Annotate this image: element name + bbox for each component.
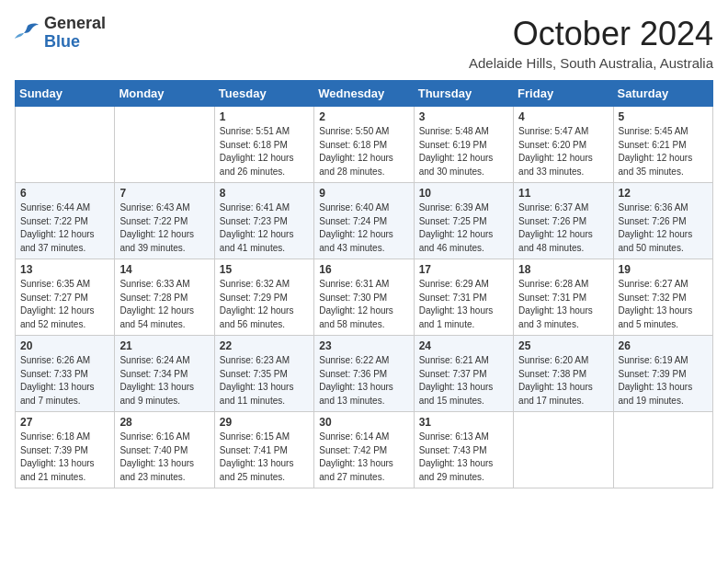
sunset-text: Sunset: 7:26 PM (518, 216, 586, 226)
day-number: 18 (518, 263, 608, 276)
sunrise-text: Sunrise: 6:27 AM (619, 279, 688, 289)
sunrise-text: Sunrise: 6:31 AM (319, 279, 389, 289)
day-number: 22 (220, 339, 309, 352)
daylight-text: Daylight: 12 hours and 28 minutes. (319, 153, 393, 177)
sunrise-text: Sunrise: 6:41 AM (220, 202, 290, 213)
table-row: 27Sunrise: 6:18 AMSunset: 7:39 PMDayligh… (16, 412, 115, 488)
sunset-text: Sunset: 7:39 PM (619, 369, 687, 379)
sunrise-text: Sunrise: 6:21 AM (419, 355, 489, 365)
sunset-text: Sunset: 7:30 PM (319, 293, 387, 303)
table-row (514, 412, 613, 488)
table-row: 9Sunrise: 6:40 AMSunset: 7:24 PMDaylight… (314, 183, 414, 259)
daylight-text: Daylight: 12 hours and 26 minutes. (220, 153, 294, 177)
sunrise-text: Sunrise: 6:14 AM (319, 431, 389, 442)
daylight-text: Daylight: 12 hours and 52 minutes. (20, 305, 95, 329)
cell-content: Sunrise: 5:45 AMSunset: 6:21 PMDaylight:… (619, 125, 708, 178)
sunset-text: Sunset: 7:38 PM (518, 369, 586, 379)
table-row: 22Sunrise: 6:23 AMSunset: 7:35 PMDayligh… (214, 336, 313, 412)
sunrise-text: Sunrise: 6:15 AM (220, 431, 290, 442)
cell-content: Sunrise: 6:31 AMSunset: 7:30 PMDaylight:… (319, 278, 408, 331)
daylight-text: Daylight: 12 hours and 48 minutes. (518, 229, 593, 253)
header-thursday: Thursday (414, 81, 513, 107)
table-row: 16Sunrise: 6:31 AMSunset: 7:30 PMDayligh… (314, 259, 414, 336)
day-number: 27 (20, 416, 109, 429)
table-row: 21Sunrise: 6:24 AMSunset: 7:34 PMDayligh… (115, 336, 214, 412)
cell-content: Sunrise: 5:50 AMSunset: 6:18 PMDaylight:… (319, 125, 408, 178)
logo: General Blue (15, 15, 106, 52)
day-number: 25 (518, 339, 608, 352)
table-row: 25Sunrise: 6:20 AMSunset: 7:38 PMDayligh… (514, 336, 613, 412)
sunset-text: Sunset: 7:27 PM (20, 293, 88, 303)
day-number: 9 (319, 187, 408, 200)
sunset-text: Sunset: 6:19 PM (419, 140, 487, 150)
sunrise-text: Sunrise: 5:50 AM (319, 126, 389, 136)
table-row: 13Sunrise: 6:35 AMSunset: 7:27 PMDayligh… (16, 259, 115, 336)
sunrise-text: Sunrise: 6:24 AM (119, 355, 189, 365)
sunrise-text: Sunrise: 6:26 AM (20, 355, 90, 365)
sunset-text: Sunset: 7:42 PM (319, 445, 387, 455)
sunset-text: Sunset: 6:20 PM (518, 140, 586, 150)
daylight-text: Daylight: 12 hours and 58 minutes. (319, 305, 393, 329)
calendar-week-row: 20Sunrise: 6:26 AMSunset: 7:33 PMDayligh… (16, 336, 713, 412)
cell-content: Sunrise: 6:44 AMSunset: 7:22 PMDaylight:… (20, 201, 109, 255)
sunset-text: Sunset: 7:39 PM (20, 445, 88, 455)
sunset-text: Sunset: 7:40 PM (119, 445, 188, 455)
day-number: 13 (20, 263, 109, 276)
sunset-text: Sunset: 7:25 PM (419, 216, 487, 226)
daylight-text: Daylight: 13 hours and 27 minutes. (319, 458, 393, 482)
table-row: 2Sunrise: 5:50 AMSunset: 6:18 PMDaylight… (314, 107, 414, 183)
table-row: 23Sunrise: 6:22 AMSunset: 7:36 PMDayligh… (314, 336, 414, 412)
cell-content: Sunrise: 5:48 AMSunset: 6:19 PMDaylight:… (419, 125, 508, 178)
cell-content: Sunrise: 6:24 AMSunset: 7:34 PMDaylight:… (119, 354, 209, 408)
table-row: 29Sunrise: 6:15 AMSunset: 7:41 PMDayligh… (214, 412, 313, 488)
cell-content: Sunrise: 6:29 AMSunset: 7:31 PMDaylight:… (419, 278, 508, 331)
table-row: 6Sunrise: 6:44 AMSunset: 7:22 PMDaylight… (16, 183, 115, 259)
day-number: 1 (220, 110, 309, 123)
sunset-text: Sunset: 7:22 PM (20, 216, 88, 226)
cell-content: Sunrise: 6:19 AMSunset: 7:39 PMDaylight:… (619, 354, 708, 408)
sunset-text: Sunset: 7:34 PM (119, 369, 188, 379)
cell-content: Sunrise: 6:22 AMSunset: 7:36 PMDaylight:… (319, 354, 408, 408)
day-number: 14 (119, 263, 209, 276)
table-row: 26Sunrise: 6:19 AMSunset: 7:39 PMDayligh… (613, 336, 712, 412)
sunset-text: Sunset: 7:33 PM (20, 369, 88, 379)
sunrise-text: Sunrise: 5:48 AM (419, 126, 489, 136)
daylight-text: Daylight: 13 hours and 21 minutes. (20, 458, 95, 482)
daylight-text: Daylight: 12 hours and 56 minutes. (220, 305, 294, 329)
cell-content: Sunrise: 6:28 AMSunset: 7:31 PMDaylight:… (518, 278, 608, 331)
sunset-text: Sunset: 7:29 PM (220, 293, 288, 303)
daylight-text: Daylight: 13 hours and 29 minutes. (419, 458, 494, 482)
table-row: 11Sunrise: 6:37 AMSunset: 7:26 PMDayligh… (514, 183, 613, 259)
day-number: 15 (220, 263, 309, 276)
calendar-week-row: 6Sunrise: 6:44 AMSunset: 7:22 PMDaylight… (16, 183, 713, 259)
cell-content: Sunrise: 6:15 AMSunset: 7:41 PMDaylight:… (220, 431, 309, 484)
cell-content: Sunrise: 6:26 AMSunset: 7:33 PMDaylight:… (20, 354, 109, 408)
cell-content: Sunrise: 6:20 AMSunset: 7:38 PMDaylight:… (518, 354, 608, 408)
month-title: October 2024 (469, 15, 713, 53)
sunset-text: Sunset: 7:24 PM (319, 216, 387, 226)
cell-content: Sunrise: 6:16 AMSunset: 7:40 PMDaylight:… (119, 431, 209, 484)
daylight-text: Daylight: 13 hours and 23 minutes. (119, 458, 194, 482)
sunset-text: Sunset: 7:28 PM (119, 293, 188, 303)
day-number: 30 (319, 416, 408, 429)
sunrise-text: Sunrise: 6:19 AM (619, 355, 688, 365)
header-saturday: Saturday (613, 81, 712, 107)
sunrise-text: Sunrise: 6:33 AM (119, 279, 189, 289)
sunrise-text: Sunrise: 6:36 AM (619, 202, 688, 213)
sunrise-text: Sunrise: 5:47 AM (518, 126, 588, 136)
day-number: 31 (419, 416, 508, 429)
cell-content: Sunrise: 6:23 AMSunset: 7:35 PMDaylight:… (220, 354, 309, 408)
daylight-text: Daylight: 12 hours and 41 minutes. (220, 229, 294, 253)
cell-content: Sunrise: 6:36 AMSunset: 7:26 PMDaylight:… (619, 201, 708, 255)
day-number: 4 (518, 110, 608, 123)
sunset-text: Sunset: 7:22 PM (119, 216, 188, 226)
sunset-text: Sunset: 6:21 PM (619, 140, 687, 150)
sunrise-text: Sunrise: 5:51 AM (220, 126, 290, 136)
header-sunday: Sunday (16, 81, 115, 107)
day-number: 28 (119, 416, 209, 429)
daylight-text: Daylight: 13 hours and 13 minutes. (319, 382, 393, 406)
cell-content: Sunrise: 6:32 AMSunset: 7:29 PMDaylight:… (220, 278, 309, 331)
logo-text: General Blue (44, 15, 106, 52)
sunrise-text: Sunrise: 6:23 AM (220, 355, 290, 365)
header-monday: Monday (115, 81, 214, 107)
